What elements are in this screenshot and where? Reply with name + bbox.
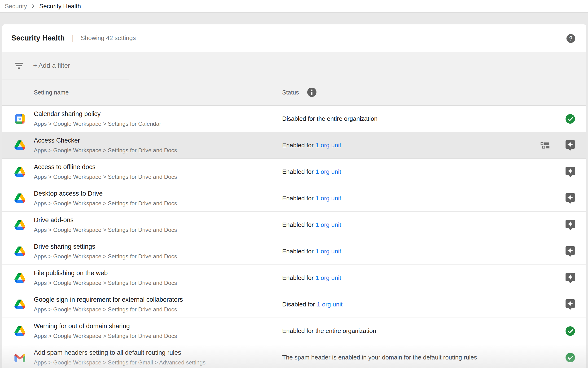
filter-icon bbox=[15, 63, 23, 70]
drive-icon bbox=[14, 220, 25, 230]
table-row[interactable]: File publishing on the web Apps > Google… bbox=[2, 265, 586, 291]
setting-text-cell: Desktop access to Drive Apps > Google Wo… bbox=[34, 185, 177, 212]
table-row[interactable]: Access to offline docs Apps > Google Wor… bbox=[2, 159, 586, 185]
breadcrumb-security-link[interactable]: Security bbox=[5, 3, 27, 10]
setting-name: File publishing on the web bbox=[34, 269, 177, 277]
trailing-icon-cell bbox=[565, 344, 576, 368]
org-unit-link[interactable]: 1 org unit bbox=[316, 274, 341, 282]
status-cell: Enabled for 1 org unit bbox=[282, 238, 341, 265]
drive-icon bbox=[14, 273, 25, 283]
help-button[interactable]: ? bbox=[566, 34, 575, 43]
org-icon-cell bbox=[540, 132, 552, 158]
setting-name: Desktop access to Drive bbox=[34, 190, 177, 197]
add-filter-button[interactable]: + Add a filter bbox=[33, 62, 70, 69]
org-unit-link[interactable]: 1 org unit bbox=[316, 248, 341, 255]
status-text: Enabled for bbox=[282, 248, 314, 255]
table-row[interactable]: Drive add-ons Apps > Google Workspace > … bbox=[2, 212, 586, 238]
drive-icon bbox=[14, 167, 25, 177]
status-text: Enabled for bbox=[282, 221, 314, 229]
org-icon-cell bbox=[540, 185, 552, 212]
trailing-icon-cell bbox=[565, 265, 576, 291]
status-text: Enabled for bbox=[282, 168, 314, 175]
breadcrumb: Security Security Health bbox=[0, 0, 588, 12]
app-icon-cell bbox=[14, 238, 26, 265]
setting-text-cell: File publishing on the web Apps > Google… bbox=[34, 265, 177, 291]
status-cell: Enabled for 1 org unit bbox=[282, 185, 341, 212]
recommendation-badge-icon[interactable] bbox=[565, 272, 575, 284]
table-row[interactable]: Google sign-in requirement for external … bbox=[2, 291, 586, 318]
setting-name: Drive sharing settings bbox=[34, 243, 177, 250]
recommendation-badge-icon[interactable] bbox=[565, 193, 575, 204]
status-text: Enabled for bbox=[282, 274, 314, 282]
org-icon-cell bbox=[540, 212, 552, 238]
status-cell: Enabled for 1 org unit bbox=[282, 265, 341, 291]
drive-icon bbox=[14, 140, 25, 150]
table-row[interactable]: 31 Calendar sharing policy Apps > Google… bbox=[2, 106, 586, 132]
trailing-icon-cell bbox=[565, 291, 576, 318]
setting-name: Access to offline docs bbox=[34, 163, 177, 171]
table-row[interactable]: Add spam headers setting to all default … bbox=[2, 344, 586, 368]
drive-icon bbox=[14, 326, 25, 336]
table-row[interactable]: Access Checker Apps > Google Workspace >… bbox=[2, 132, 586, 159]
recommendation-badge-icon[interactable] bbox=[565, 246, 575, 257]
org-unit-link[interactable]: 1 org unit bbox=[316, 142, 341, 149]
setting-name: Access Checker bbox=[34, 137, 177, 144]
app-icon-cell bbox=[14, 132, 26, 158]
app-icon-cell bbox=[14, 344, 26, 368]
setting-path: Apps > Google Workspace > Settings for D… bbox=[34, 333, 177, 339]
card-header: Security Health | Showing 42 settings ? bbox=[2, 24, 586, 52]
org-icon-cell bbox=[540, 318, 552, 344]
status-text: Disabled for the entire organization bbox=[282, 115, 377, 122]
setting-path: Apps > Google Workspace > Settings for D… bbox=[34, 306, 183, 313]
status-text: Enabled for bbox=[282, 142, 314, 149]
trailing-icon-cell bbox=[565, 185, 576, 212]
recommendation-badge-icon[interactable] bbox=[565, 140, 575, 151]
status-cell: Enabled for 1 org unit bbox=[282, 159, 341, 185]
app-icon-cell: 31 bbox=[14, 106, 26, 132]
setting-name: Add spam headers setting to all default … bbox=[34, 349, 206, 356]
gmail-icon bbox=[14, 353, 25, 362]
recommendation-badge-icon[interactable] bbox=[565, 219, 575, 230]
trailing-icon-cell bbox=[565, 132, 576, 158]
filter-and-header-band: + Add a filter Setting name Status bbox=[2, 52, 586, 106]
drive-icon bbox=[14, 247, 25, 256]
table-row[interactable]: Drive sharing settings Apps > Google Wor… bbox=[2, 238, 586, 265]
org-unit-link[interactable]: 1 org unit bbox=[316, 195, 341, 202]
org-unit-link[interactable]: 1 org unit bbox=[316, 221, 341, 229]
setting-path: Apps > Google Workspace > Settings for D… bbox=[34, 147, 177, 154]
status-cell: Enabled for 1 org unit bbox=[282, 212, 341, 238]
status-cell: Enabled for the entire organization bbox=[282, 318, 376, 344]
filter-row: + Add a filter bbox=[2, 52, 586, 80]
status-cell: Enabled for 1 org unit bbox=[282, 132, 341, 158]
org-unit-link[interactable]: 1 org unit bbox=[316, 168, 341, 175]
status-cell: The spam header is enabled in your domai… bbox=[282, 344, 477, 368]
setting-name: Google sign-in requirement for external … bbox=[34, 296, 183, 303]
status-info-icon[interactable] bbox=[307, 87, 317, 98]
setting-name: Drive add-ons bbox=[34, 216, 177, 224]
status-text: Enabled for bbox=[282, 195, 314, 202]
app-icon-cell bbox=[14, 265, 26, 291]
status-text: Enabled for the entire organization bbox=[282, 327, 376, 335]
setting-text-cell: Add spam headers setting to all default … bbox=[34, 344, 206, 368]
settings-count: Showing 42 settings bbox=[81, 34, 136, 42]
trailing-icon-cell bbox=[565, 159, 576, 185]
org-unit-applied-icon bbox=[540, 142, 551, 149]
help-icon: ? bbox=[569, 36, 573, 41]
recommendation-badge-icon[interactable] bbox=[565, 299, 575, 310]
setting-path: Apps > Google Workspace > Settings for C… bbox=[34, 120, 161, 127]
status-cell: Disabled for the entire organization bbox=[282, 106, 377, 132]
org-unit-link[interactable]: 1 org unit bbox=[317, 301, 342, 308]
app-icon-cell bbox=[14, 291, 26, 318]
app-icon-cell bbox=[14, 318, 26, 344]
status-ok-icon bbox=[565, 326, 575, 336]
status-cell: Disabled for 1 org unit bbox=[282, 291, 342, 318]
drive-icon bbox=[14, 300, 25, 309]
table-column-headers: Setting name Status bbox=[2, 80, 586, 106]
table-row[interactable]: Warning for out of domain sharing Apps >… bbox=[2, 318, 586, 344]
org-icon-cell bbox=[540, 159, 552, 185]
setting-text-cell: Drive add-ons Apps > Google Workspace > … bbox=[34, 212, 177, 238]
table-row[interactable]: Desktop access to Drive Apps > Google Wo… bbox=[2, 185, 586, 212]
app-icon-cell bbox=[14, 212, 26, 238]
recommendation-badge-icon[interactable] bbox=[565, 166, 575, 177]
org-icon-cell bbox=[540, 291, 552, 318]
